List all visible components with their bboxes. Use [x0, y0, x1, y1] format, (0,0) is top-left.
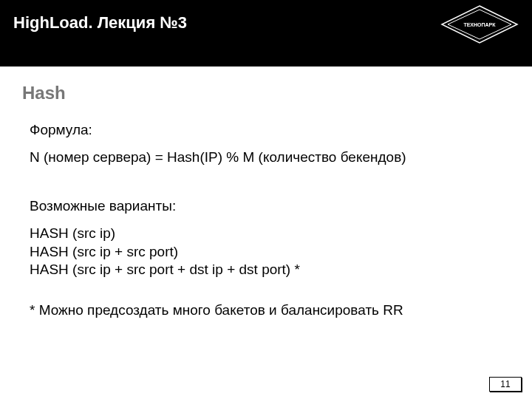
formula-label: Формула: — [30, 121, 510, 140]
footnote-text: * Можно предсоздать много бакетов и бала… — [30, 301, 510, 320]
technopark-logo: ТЕХНОПАРК — [439, 4, 520, 44]
section-title: Hash — [22, 83, 510, 103]
svg-text:ТЕХНОПАРК: ТЕХНОПАРК — [463, 22, 496, 27]
variants-label: Возможные варианты: — [30, 197, 510, 216]
slide-content: Hash Формула: N (номер сервера) = Hash(I… — [0, 66, 532, 320]
header-title: HighLoad. Лекция №3 — [13, 13, 187, 33]
formula-text: N (номер сервера) = Hash(IP) % M (количе… — [30, 149, 510, 167]
slide-header: HighLoad. Лекция №3 ТЕХНОПАРК — [0, 0, 532, 66]
hash-variant-1: HASH (src ip) — [30, 225, 510, 243]
hash-variant-2: HASH (src ip + src port) — [30, 243, 510, 262]
page-number: 11 — [489, 377, 522, 392]
hash-variant-3: HASH (src ip + src port + dst ip + dst p… — [30, 261, 510, 279]
logo-diamond-icon: ТЕХНОПАРК — [439, 4, 520, 44]
